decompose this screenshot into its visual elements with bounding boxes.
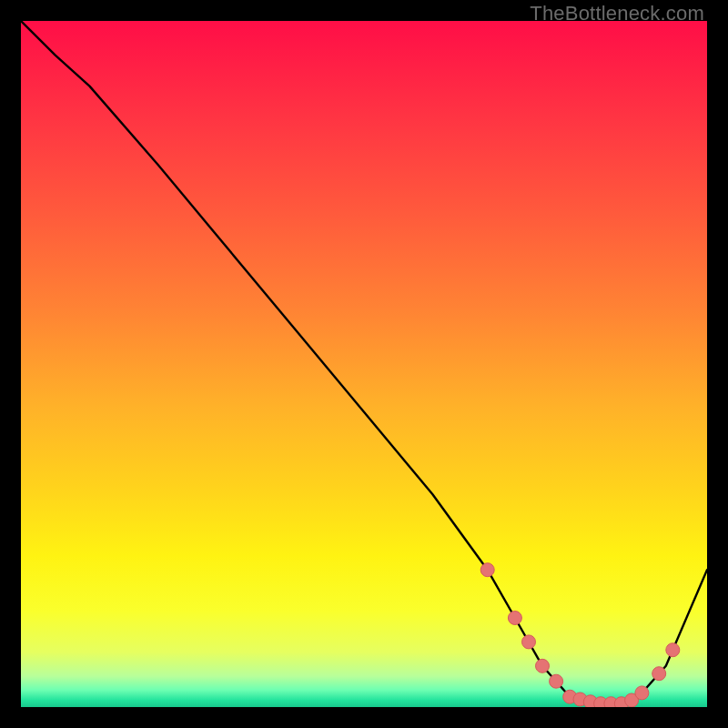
- curve-marker-dot: [536, 659, 550, 672]
- bottleneck-curve: [21, 21, 707, 707]
- curve-marker-dot: [522, 635, 536, 649]
- curve-marker-dot: [666, 643, 680, 657]
- watermark-text: TheBottleneck.com: [530, 2, 704, 25]
- chart-area: [21, 21, 707, 707]
- curve-marker-dot: [550, 674, 563, 688]
- curve-marker-dot: [480, 563, 494, 577]
- curve-marker-dot: [652, 667, 666, 681]
- curve-marker-dot: [635, 686, 649, 700]
- curve-marker-dot: [508, 612, 521, 625]
